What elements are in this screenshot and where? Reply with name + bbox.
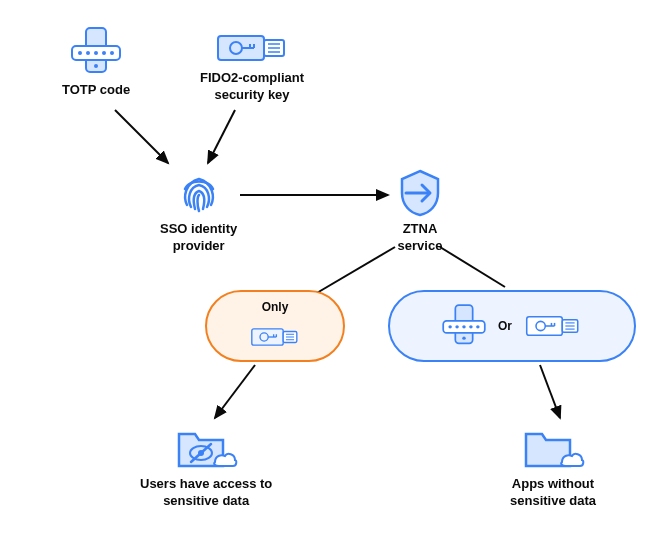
shield-arrow-icon	[392, 165, 448, 221]
svg-point-39	[462, 325, 465, 328]
svg-point-11	[86, 51, 90, 55]
node-apps: Apps without sensitive data	[510, 420, 596, 510]
svg-line-1	[208, 110, 235, 163]
node-ztna-label: ZTNA service	[398, 221, 443, 255]
node-sensitive-label: Users have access to sensitive data	[140, 476, 272, 510]
svg-line-3	[310, 247, 395, 297]
condition-or: Or	[388, 290, 636, 362]
svg-point-41	[476, 325, 479, 328]
condition-or-label: Or	[498, 319, 512, 333]
security-key-icon	[212, 26, 292, 70]
folder-hidden-cloud-icon	[171, 420, 241, 476]
svg-line-0	[115, 110, 168, 163]
node-fido2: FIDO2-compliant security key	[200, 26, 304, 104]
condition-only-label: Only	[262, 300, 289, 314]
svg-point-13	[102, 51, 106, 55]
svg-line-6	[540, 365, 560, 418]
fingerprint-icon	[171, 165, 227, 221]
security-key-icon	[245, 322, 305, 352]
node-totp: TOTP code	[62, 22, 130, 99]
node-apps-label: Apps without sensitive data	[510, 476, 596, 510]
svg-point-10	[78, 51, 82, 55]
node-ztna: ZTNA service	[392, 165, 448, 255]
svg-line-4	[440, 247, 505, 287]
smartphone-otp-icon	[66, 22, 126, 82]
svg-point-8	[94, 64, 98, 68]
condition-only: Only	[205, 290, 345, 362]
node-totp-label: TOTP code	[62, 82, 130, 99]
svg-point-35	[462, 336, 465, 339]
svg-point-12	[94, 51, 98, 55]
svg-point-40	[469, 325, 472, 328]
folder-cloud-icon	[518, 420, 588, 476]
node-sso-label: SSO identity provider	[160, 221, 237, 255]
node-sso: SSO identity provider	[160, 165, 237, 255]
node-fido2-label: FIDO2-compliant security key	[200, 70, 304, 104]
svg-point-14	[110, 51, 114, 55]
smartphone-otp-icon	[438, 300, 490, 352]
svg-point-38	[455, 325, 458, 328]
svg-point-37	[448, 325, 451, 328]
node-sensitive: Users have access to sensitive data	[140, 420, 272, 510]
svg-line-5	[215, 365, 255, 418]
security-key-icon	[520, 309, 586, 343]
